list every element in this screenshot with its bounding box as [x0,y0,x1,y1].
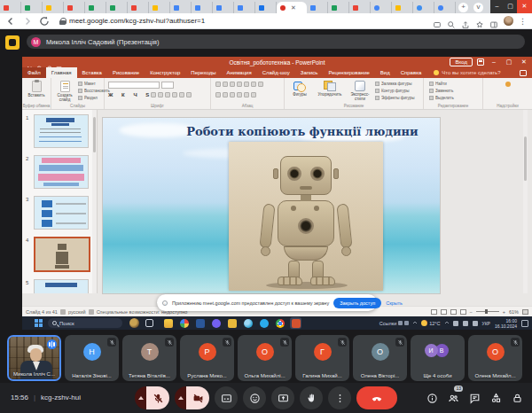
browser-tab[interactable] [234,2,255,13]
participant-tile[interactable]: Г Галина Михай... [295,335,349,381]
slideshow-icon[interactable] [56,59,62,66]
maximize-button[interactable]: ▢ [504,0,517,13]
slide-thumbnail[interactable]: 3 [22,191,97,232]
reactions-button[interactable] [243,386,266,409]
shape-effects-button[interactable]: Эффекты фигуры [375,96,415,100]
tell-me-box[interactable]: Что вы хотите сделать? [426,67,500,78]
browser-tab[interactable] [170,2,192,13]
paste-button[interactable]: Вставить [25,81,48,97]
taskbar-app-icon[interactable] [274,317,286,329]
ribbon-tab[interactable]: Рецензирование [323,67,374,78]
participant-tile[interactable]: И В Ще 4 особи [411,335,465,381]
font-size-box[interactable] [161,82,174,89]
sign-in-button[interactable]: Вход [450,58,473,66]
browser-tab[interactable] [413,2,434,13]
tab-search-button[interactable]: v [473,3,483,12]
font-color-buttons[interactable] [151,92,192,97]
new-tab-button[interactable]: + [458,3,468,12]
slide-title[interactable]: Роботи копіюють функції людини [165,125,440,138]
browser-tab[interactable] [0,2,21,13]
taskbar-clock[interactable]: 16:0016.10.2024 [495,318,517,329]
browser-tab[interactable] [106,2,128,13]
normal-view-button[interactable] [431,309,437,315]
end-call-button[interactable] [356,386,397,409]
side-panel-icon[interactable] [489,17,498,26]
browser-tab[interactable] [192,2,213,13]
tray-battery-icon[interactable] [463,321,468,326]
language-indicator[interactable]: русский [68,309,86,315]
tray-pen-icon[interactable] [473,321,478,326]
stop-sharing-button[interactable]: Закрыть доступ [333,298,381,308]
host-controls-button[interactable] [512,392,523,403]
ribbon-display-icon[interactable] [477,58,484,66]
new-slide-button[interactable]: Создать слайд [53,81,76,102]
raise-hand-button[interactable] [300,386,323,409]
profile-avatar[interactable] [504,16,513,26]
links-toolbar[interactable]: Ссылки [379,321,409,326]
shape-fill-button[interactable]: Заливка фигуры [375,82,411,86]
taskbar-app-icon[interactable] [194,317,206,329]
undo-icon[interactable] [36,59,43,66]
people-button[interactable]: 13 [448,392,459,403]
robot-photo[interactable] [229,142,383,291]
replace-button[interactable]: Заменить [429,89,453,93]
taskbar-app-icon[interactable] [258,317,270,329]
slide-scrollbar[interactable] [523,110,528,293]
ribbon-tab[interactable]: Запись [295,67,324,78]
notes-icon[interactable] [60,309,66,315]
browser-tab[interactable] [213,2,234,13]
slideshow-view-button[interactable] [460,309,466,315]
zoom-slider[interactable] [476,311,499,312]
thumbnail-scrollbar[interactable] [92,110,97,293]
comments-icon[interactable] [520,70,527,76]
tray-overflow-icon[interactable] [444,321,450,326]
mic-button[interactable] [146,386,169,409]
arrange-button[interactable]: Упорядочить [315,81,345,97]
slide-sorter-button[interactable] [441,309,447,315]
browser-tab[interactable] [307,2,328,13]
browser-tab[interactable] [255,2,277,13]
shape-outline-button[interactable]: Контур фигуры [375,89,409,93]
taskbar-app-icon[interactable] [178,317,190,329]
ribbon-tab[interactable]: Рисование [107,67,145,78]
address-bar[interactable]: meet.google.com/kcg-zshv-hui?authuser=1 [69,17,205,25]
minimize-button[interactable]: – [490,0,504,13]
presenter-chip[interactable]: М Микола Ілліч Садовий (Презентація) [27,35,525,49]
save-icon[interactable] [27,59,33,66]
zoom-in-button[interactable]: + [503,309,505,315]
browser-tab[interactable] [392,2,413,13]
taskbar-app-icon[interactable] [226,317,238,329]
taskbar-app-icon[interactable] [242,317,254,329]
browser-tab[interactable] [349,2,371,13]
participant-tile[interactable]: О Ольга Михайлі... [238,335,292,381]
notification-center-icon[interactable] [521,320,528,327]
ribbon-tab[interactable]: Конструктор [145,67,185,78]
weather-widget[interactable]: 12°C [421,320,440,326]
quick-styles-button[interactable]: Экспресс-стили [347,81,373,101]
browser-tab[interactable] [328,2,349,13]
widgets-icon[interactable] [129,318,139,328]
reading-view-button[interactable] [450,309,457,315]
mic-options-chevron[interactable] [135,386,146,409]
keyboard-language[interactable]: УКР [482,321,490,326]
camera-options-chevron[interactable] [175,386,186,409]
redo-icon[interactable] [46,59,52,66]
more-options-button[interactable] [328,386,351,409]
close-button[interactable]: ✕ [517,0,532,13]
browser-tab[interactable] [21,2,43,13]
font-style-buttons[interactable]: Ж К Ч S [108,92,153,97]
ribbon-tab[interactable]: Вставка [77,67,107,78]
fit-slide-button[interactable] [522,309,528,315]
toolbar-chevron-icon[interactable] [412,321,418,326]
browser-tab[interactable] [43,2,64,13]
browser-menu-icon[interactable]: ⋮ [519,17,527,26]
participant-tile[interactable]: Микола Ілліч С... [7,335,61,381]
zoom-out-button[interactable]: − [470,309,473,315]
slide-thumbnail[interactable]: 5 [22,275,97,293]
meeting-details-button[interactable] [426,392,438,403]
tray-mic-icon[interactable] [453,321,458,326]
browser-tab[interactable] [434,2,456,13]
activities-button[interactable] [490,392,502,403]
taskbar-search[interactable]: Поиск [48,318,122,328]
ribbon-tab[interactable]: Анимация [222,67,257,78]
